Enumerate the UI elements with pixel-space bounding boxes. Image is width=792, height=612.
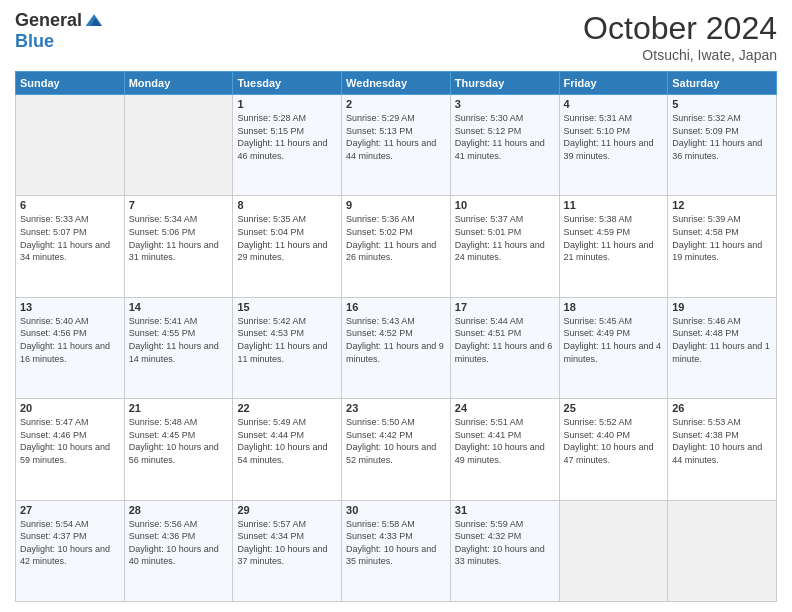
day-number: 4 <box>564 98 664 110</box>
calendar-week-row: 20Sunrise: 5:47 AM Sunset: 4:46 PM Dayli… <box>16 399 777 500</box>
day-info: Sunrise: 5:52 AM Sunset: 4:40 PM Dayligh… <box>564 416 664 466</box>
day-info: Sunrise: 5:35 AM Sunset: 5:04 PM Dayligh… <box>237 213 337 263</box>
day-info: Sunrise: 5:51 AM Sunset: 4:41 PM Dayligh… <box>455 416 555 466</box>
calendar-cell: 28Sunrise: 5:56 AM Sunset: 4:36 PM Dayli… <box>124 500 233 601</box>
day-info: Sunrise: 5:41 AM Sunset: 4:55 PM Dayligh… <box>129 315 229 365</box>
calendar-cell <box>559 500 668 601</box>
calendar-cell: 15Sunrise: 5:42 AM Sunset: 4:53 PM Dayli… <box>233 297 342 398</box>
calendar-cell <box>124 95 233 196</box>
day-number: 8 <box>237 199 337 211</box>
logo-icon <box>84 11 104 31</box>
calendar-cell: 1Sunrise: 5:28 AM Sunset: 5:15 PM Daylig… <box>233 95 342 196</box>
calendar-cell: 24Sunrise: 5:51 AM Sunset: 4:41 PM Dayli… <box>450 399 559 500</box>
calendar-cell: 4Sunrise: 5:31 AM Sunset: 5:10 PM Daylig… <box>559 95 668 196</box>
calendar-cell: 22Sunrise: 5:49 AM Sunset: 4:44 PM Dayli… <box>233 399 342 500</box>
day-of-week-header: Sunday <box>16 72 125 95</box>
day-info: Sunrise: 5:29 AM Sunset: 5:13 PM Dayligh… <box>346 112 446 162</box>
calendar-cell: 14Sunrise: 5:41 AM Sunset: 4:55 PM Dayli… <box>124 297 233 398</box>
day-info: Sunrise: 5:58 AM Sunset: 4:33 PM Dayligh… <box>346 518 446 568</box>
day-number: 5 <box>672 98 772 110</box>
day-number: 27 <box>20 504 120 516</box>
day-info: Sunrise: 5:54 AM Sunset: 4:37 PM Dayligh… <box>20 518 120 568</box>
calendar-cell: 21Sunrise: 5:48 AM Sunset: 4:45 PM Dayli… <box>124 399 233 500</box>
day-number: 12 <box>672 199 772 211</box>
calendar-cell: 19Sunrise: 5:46 AM Sunset: 4:48 PM Dayli… <box>668 297 777 398</box>
calendar-cell: 5Sunrise: 5:32 AM Sunset: 5:09 PM Daylig… <box>668 95 777 196</box>
calendar-cell <box>16 95 125 196</box>
calendar-cell: 25Sunrise: 5:52 AM Sunset: 4:40 PM Dayli… <box>559 399 668 500</box>
day-number: 3 <box>455 98 555 110</box>
day-info: Sunrise: 5:44 AM Sunset: 4:51 PM Dayligh… <box>455 315 555 365</box>
calendar-cell: 3Sunrise: 5:30 AM Sunset: 5:12 PM Daylig… <box>450 95 559 196</box>
day-info: Sunrise: 5:36 AM Sunset: 5:02 PM Dayligh… <box>346 213 446 263</box>
day-number: 30 <box>346 504 446 516</box>
calendar-table: SundayMondayTuesdayWednesdayThursdayFrid… <box>15 71 777 602</box>
calendar-week-row: 6Sunrise: 5:33 AM Sunset: 5:07 PM Daylig… <box>16 196 777 297</box>
day-info: Sunrise: 5:50 AM Sunset: 4:42 PM Dayligh… <box>346 416 446 466</box>
day-number: 16 <box>346 301 446 313</box>
day-of-week-header: Friday <box>559 72 668 95</box>
day-number: 15 <box>237 301 337 313</box>
day-info: Sunrise: 5:32 AM Sunset: 5:09 PM Dayligh… <box>672 112 772 162</box>
calendar-cell: 10Sunrise: 5:37 AM Sunset: 5:01 PM Dayli… <box>450 196 559 297</box>
day-info: Sunrise: 5:30 AM Sunset: 5:12 PM Dayligh… <box>455 112 555 162</box>
day-info: Sunrise: 5:46 AM Sunset: 4:48 PM Dayligh… <box>672 315 772 365</box>
main-title: October 2024 <box>583 10 777 47</box>
header: General Blue October 2024 Otsuchi, Iwate… <box>15 10 777 63</box>
title-section: October 2024 Otsuchi, Iwate, Japan <box>583 10 777 63</box>
day-of-week-header: Tuesday <box>233 72 342 95</box>
calendar-cell: 16Sunrise: 5:43 AM Sunset: 4:52 PM Dayli… <box>342 297 451 398</box>
calendar-cell: 31Sunrise: 5:59 AM Sunset: 4:32 PM Dayli… <box>450 500 559 601</box>
day-info: Sunrise: 5:43 AM Sunset: 4:52 PM Dayligh… <box>346 315 446 365</box>
day-number: 29 <box>237 504 337 516</box>
calendar-cell: 2Sunrise: 5:29 AM Sunset: 5:13 PM Daylig… <box>342 95 451 196</box>
calendar-cell: 23Sunrise: 5:50 AM Sunset: 4:42 PM Dayli… <box>342 399 451 500</box>
day-number: 11 <box>564 199 664 211</box>
day-of-week-header: Saturday <box>668 72 777 95</box>
day-number: 23 <box>346 402 446 414</box>
calendar-cell: 17Sunrise: 5:44 AM Sunset: 4:51 PM Dayli… <box>450 297 559 398</box>
day-info: Sunrise: 5:39 AM Sunset: 4:58 PM Dayligh… <box>672 213 772 263</box>
day-info: Sunrise: 5:56 AM Sunset: 4:36 PM Dayligh… <box>129 518 229 568</box>
day-number: 6 <box>20 199 120 211</box>
logo-blue: Blue <box>15 31 54 52</box>
day-number: 19 <box>672 301 772 313</box>
calendar-week-row: 27Sunrise: 5:54 AM Sunset: 4:37 PM Dayli… <box>16 500 777 601</box>
subtitle: Otsuchi, Iwate, Japan <box>583 47 777 63</box>
calendar-week-row: 1Sunrise: 5:28 AM Sunset: 5:15 PM Daylig… <box>16 95 777 196</box>
day-info: Sunrise: 5:45 AM Sunset: 4:49 PM Dayligh… <box>564 315 664 365</box>
day-number: 18 <box>564 301 664 313</box>
day-info: Sunrise: 5:49 AM Sunset: 4:44 PM Dayligh… <box>237 416 337 466</box>
calendar-cell: 8Sunrise: 5:35 AM Sunset: 5:04 PM Daylig… <box>233 196 342 297</box>
calendar-body: 1Sunrise: 5:28 AM Sunset: 5:15 PM Daylig… <box>16 95 777 602</box>
day-number: 21 <box>129 402 229 414</box>
calendar-cell: 18Sunrise: 5:45 AM Sunset: 4:49 PM Dayli… <box>559 297 668 398</box>
day-number: 2 <box>346 98 446 110</box>
calendar-cell: 26Sunrise: 5:53 AM Sunset: 4:38 PM Dayli… <box>668 399 777 500</box>
calendar-header: SundayMondayTuesdayWednesdayThursdayFrid… <box>16 72 777 95</box>
logo: General Blue <box>15 10 104 52</box>
day-info: Sunrise: 5:42 AM Sunset: 4:53 PM Dayligh… <box>237 315 337 365</box>
day-number: 26 <box>672 402 772 414</box>
day-info: Sunrise: 5:40 AM Sunset: 4:56 PM Dayligh… <box>20 315 120 365</box>
calendar-cell: 6Sunrise: 5:33 AM Sunset: 5:07 PM Daylig… <box>16 196 125 297</box>
day-number: 22 <box>237 402 337 414</box>
day-info: Sunrise: 5:47 AM Sunset: 4:46 PM Dayligh… <box>20 416 120 466</box>
day-number: 7 <box>129 199 229 211</box>
header-row: SundayMondayTuesdayWednesdayThursdayFrid… <box>16 72 777 95</box>
day-info: Sunrise: 5:37 AM Sunset: 5:01 PM Dayligh… <box>455 213 555 263</box>
day-number: 31 <box>455 504 555 516</box>
day-info: Sunrise: 5:48 AM Sunset: 4:45 PM Dayligh… <box>129 416 229 466</box>
calendar-cell: 13Sunrise: 5:40 AM Sunset: 4:56 PM Dayli… <box>16 297 125 398</box>
day-info: Sunrise: 5:31 AM Sunset: 5:10 PM Dayligh… <box>564 112 664 162</box>
day-info: Sunrise: 5:34 AM Sunset: 5:06 PM Dayligh… <box>129 213 229 263</box>
day-of-week-header: Thursday <box>450 72 559 95</box>
day-info: Sunrise: 5:28 AM Sunset: 5:15 PM Dayligh… <box>237 112 337 162</box>
day-info: Sunrise: 5:33 AM Sunset: 5:07 PM Dayligh… <box>20 213 120 263</box>
calendar-cell: 29Sunrise: 5:57 AM Sunset: 4:34 PM Dayli… <box>233 500 342 601</box>
calendar-cell: 20Sunrise: 5:47 AM Sunset: 4:46 PM Dayli… <box>16 399 125 500</box>
calendar-week-row: 13Sunrise: 5:40 AM Sunset: 4:56 PM Dayli… <box>16 297 777 398</box>
day-info: Sunrise: 5:38 AM Sunset: 4:59 PM Dayligh… <box>564 213 664 263</box>
calendar-cell: 30Sunrise: 5:58 AM Sunset: 4:33 PM Dayli… <box>342 500 451 601</box>
day-number: 28 <box>129 504 229 516</box>
